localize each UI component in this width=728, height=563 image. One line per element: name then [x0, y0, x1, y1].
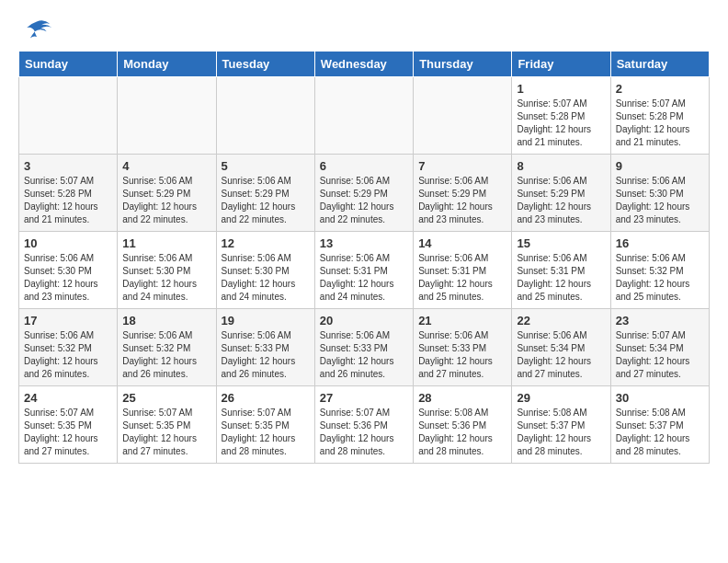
- day-info: Sunrise: 5:07 AM Sunset: 5:35 PM Dayligh…: [122, 407, 210, 458]
- calendar-cell: 13Sunrise: 5:06 AM Sunset: 5:31 PM Dayli…: [314, 232, 413, 309]
- calendar-cell: [19, 77, 118, 155]
- day-number: 19: [222, 314, 310, 327]
- day-number: 26: [222, 391, 310, 405]
- calendar-cell: 16Sunrise: 5:06 AM Sunset: 5:32 PM Dayli…: [610, 232, 709, 309]
- calendar-week-4: 17Sunrise: 5:06 AM Sunset: 5:32 PM Dayli…: [19, 309, 710, 386]
- day-info: Sunrise: 5:06 AM Sunset: 5:29 PM Dayligh…: [122, 175, 210, 226]
- day-number: 16: [616, 236, 704, 250]
- calendar-cell: 17Sunrise: 5:06 AM Sunset: 5:32 PM Dayli…: [19, 309, 118, 386]
- calendar-cell: 22Sunrise: 5:06 AM Sunset: 5:34 PM Dayli…: [512, 309, 610, 386]
- day-number: 5: [222, 159, 310, 173]
- day-number: 12: [222, 236, 310, 250]
- day-number: 15: [517, 236, 605, 250]
- day-info: Sunrise: 5:06 AM Sunset: 5:29 PM Dayligh…: [418, 175, 506, 226]
- day-info: Sunrise: 5:06 AM Sunset: 5:33 PM Dayligh…: [320, 329, 408, 381]
- day-info: Sunrise: 5:06 AM Sunset: 5:29 PM Dayligh…: [517, 175, 605, 226]
- day-info: Sunrise: 5:06 AM Sunset: 5:31 PM Dayligh…: [517, 252, 605, 304]
- calendar-cell: 21Sunrise: 5:06 AM Sunset: 5:33 PM Dayli…: [414, 309, 512, 386]
- day-info: Sunrise: 5:07 AM Sunset: 5:35 PM Dayligh…: [222, 407, 310, 458]
- day-info: Sunrise: 5:06 AM Sunset: 5:30 PM Dayligh…: [24, 252, 112, 304]
- calendar-week-1: 1Sunrise: 5:07 AM Sunset: 5:28 PM Daylig…: [19, 77, 710, 155]
- day-info: Sunrise: 5:06 AM Sunset: 5:32 PM Dayligh…: [122, 329, 210, 381]
- weekday-header-friday: Friday: [512, 52, 610, 77]
- calendar-cell: 30Sunrise: 5:08 AM Sunset: 5:37 PM Dayli…: [610, 386, 709, 464]
- logo: [18, 18, 59, 41]
- weekday-header-saturday: Saturday: [610, 52, 709, 77]
- calendar-cell: 14Sunrise: 5:06 AM Sunset: 5:31 PM Dayli…: [414, 232, 512, 309]
- day-number: 28: [418, 391, 506, 405]
- weekday-header-thursday: Thursday: [414, 52, 512, 77]
- day-info: Sunrise: 5:06 AM Sunset: 5:30 PM Dayligh…: [122, 252, 210, 304]
- day-number: 17: [24, 314, 112, 327]
- day-info: Sunrise: 5:07 AM Sunset: 5:28 PM Dayligh…: [517, 98, 605, 149]
- day-number: 29: [517, 391, 605, 405]
- calendar-cell: 8Sunrise: 5:06 AM Sunset: 5:29 PM Daylig…: [512, 155, 610, 232]
- calendar-cell: 11Sunrise: 5:06 AM Sunset: 5:30 PM Dayli…: [118, 232, 216, 309]
- calendar-week-5: 24Sunrise: 5:07 AM Sunset: 5:35 PM Dayli…: [19, 386, 710, 464]
- day-number: 8: [517, 159, 605, 173]
- day-number: 10: [24, 236, 112, 250]
- calendar-cell: 27Sunrise: 5:07 AM Sunset: 5:36 PM Dayli…: [314, 386, 413, 464]
- day-number: 27: [320, 391, 408, 405]
- day-number: 3: [24, 159, 112, 173]
- calendar-table: SundayMondayTuesdayWednesdayThursdayFrid…: [18, 51, 710, 464]
- logo-bird-icon: [18, 18, 55, 41]
- day-info: Sunrise: 5:06 AM Sunset: 5:34 PM Dayligh…: [517, 329, 605, 381]
- calendar-cell: 1Sunrise: 5:07 AM Sunset: 5:28 PM Daylig…: [512, 77, 610, 155]
- calendar-cell: 18Sunrise: 5:06 AM Sunset: 5:32 PM Dayli…: [118, 309, 216, 386]
- day-info: Sunrise: 5:06 AM Sunset: 5:31 PM Dayligh…: [320, 252, 408, 304]
- day-info: Sunrise: 5:06 AM Sunset: 5:29 PM Dayligh…: [320, 175, 408, 226]
- day-info: Sunrise: 5:07 AM Sunset: 5:35 PM Dayligh…: [24, 407, 112, 458]
- day-info: Sunrise: 5:06 AM Sunset: 5:30 PM Dayligh…: [222, 252, 310, 304]
- page-header: [18, 18, 710, 41]
- calendar-cell: 12Sunrise: 5:06 AM Sunset: 5:30 PM Dayli…: [216, 232, 314, 309]
- calendar-cell: 29Sunrise: 5:08 AM Sunset: 5:37 PM Dayli…: [512, 386, 610, 464]
- weekday-header-wednesday: Wednesday: [314, 52, 413, 77]
- calendar-cell: 9Sunrise: 5:06 AM Sunset: 5:30 PM Daylig…: [610, 155, 709, 232]
- day-info: Sunrise: 5:07 AM Sunset: 5:28 PM Dayligh…: [616, 98, 704, 149]
- day-info: Sunrise: 5:07 AM Sunset: 5:36 PM Dayligh…: [320, 407, 408, 458]
- day-number: 24: [24, 391, 112, 405]
- calendar-cell: 25Sunrise: 5:07 AM Sunset: 5:35 PM Dayli…: [118, 386, 216, 464]
- day-number: 30: [616, 391, 704, 405]
- day-info: Sunrise: 5:07 AM Sunset: 5:28 PM Dayligh…: [24, 175, 112, 226]
- day-info: Sunrise: 5:06 AM Sunset: 5:33 PM Dayligh…: [222, 329, 310, 381]
- weekday-header-tuesday: Tuesday: [216, 52, 314, 77]
- weekday-header-monday: Monday: [118, 52, 216, 77]
- calendar-cell: 7Sunrise: 5:06 AM Sunset: 5:29 PM Daylig…: [414, 155, 512, 232]
- day-number: 22: [517, 314, 605, 327]
- day-info: Sunrise: 5:06 AM Sunset: 5:29 PM Dayligh…: [222, 175, 310, 226]
- calendar-cell: 2Sunrise: 5:07 AM Sunset: 5:28 PM Daylig…: [610, 77, 709, 155]
- calendar-header-row: SundayMondayTuesdayWednesdayThursdayFrid…: [19, 52, 710, 77]
- day-number: 18: [122, 314, 210, 327]
- day-number: 6: [320, 159, 408, 173]
- calendar-cell: 19Sunrise: 5:06 AM Sunset: 5:33 PM Dayli…: [216, 309, 314, 386]
- day-info: Sunrise: 5:07 AM Sunset: 5:34 PM Dayligh…: [616, 329, 704, 381]
- calendar-week-2: 3Sunrise: 5:07 AM Sunset: 5:28 PM Daylig…: [19, 155, 710, 232]
- calendar-cell: 28Sunrise: 5:08 AM Sunset: 5:36 PM Dayli…: [414, 386, 512, 464]
- calendar-cell: 5Sunrise: 5:06 AM Sunset: 5:29 PM Daylig…: [216, 155, 314, 232]
- calendar-cell: 6Sunrise: 5:06 AM Sunset: 5:29 PM Daylig…: [314, 155, 413, 232]
- calendar-cell: 3Sunrise: 5:07 AM Sunset: 5:28 PM Daylig…: [19, 155, 118, 232]
- calendar-cell: [314, 77, 413, 155]
- day-number: 11: [122, 236, 210, 250]
- day-info: Sunrise: 5:06 AM Sunset: 5:32 PM Dayligh…: [616, 252, 704, 304]
- calendar-cell: 23Sunrise: 5:07 AM Sunset: 5:34 PM Dayli…: [610, 309, 709, 386]
- day-number: 4: [122, 159, 210, 173]
- day-number: 7: [418, 159, 506, 173]
- day-number: 13: [320, 236, 408, 250]
- day-info: Sunrise: 5:06 AM Sunset: 5:32 PM Dayligh…: [24, 329, 112, 381]
- calendar-cell: [414, 77, 512, 155]
- calendar-cell: [216, 77, 314, 155]
- day-number: 1: [517, 82, 605, 96]
- day-info: Sunrise: 5:06 AM Sunset: 5:33 PM Dayligh…: [418, 329, 506, 381]
- day-number: 23: [616, 314, 704, 327]
- calendar-week-3: 10Sunrise: 5:06 AM Sunset: 5:30 PM Dayli…: [19, 232, 710, 309]
- day-info: Sunrise: 5:08 AM Sunset: 5:37 PM Dayligh…: [517, 407, 605, 458]
- day-info: Sunrise: 5:08 AM Sunset: 5:36 PM Dayligh…: [418, 407, 506, 458]
- day-number: 21: [418, 314, 506, 327]
- day-info: Sunrise: 5:06 AM Sunset: 5:31 PM Dayligh…: [418, 252, 506, 304]
- day-number: 2: [616, 82, 704, 96]
- calendar-cell: 10Sunrise: 5:06 AM Sunset: 5:30 PM Dayli…: [19, 232, 118, 309]
- calendar-cell: 24Sunrise: 5:07 AM Sunset: 5:35 PM Dayli…: [19, 386, 118, 464]
